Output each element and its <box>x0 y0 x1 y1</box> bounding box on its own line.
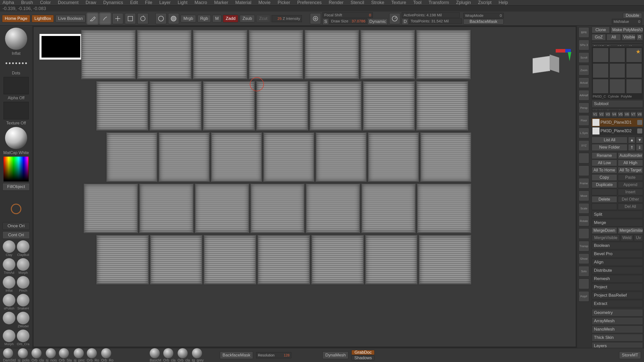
subtool-row[interactable]: PM3D_Plane3D2 <box>592 127 643 135</box>
nav-cube[interactable] <box>528 52 556 80</box>
shadows-button[interactable]: Shadows <box>351 355 375 360</box>
lightbox-button[interactable]: LightBox <box>32 15 54 22</box>
zcut-button[interactable]: Zcut <box>256 15 270 22</box>
bottom-brush[interactable] <box>18 348 28 358</box>
viewport-tool-Persp[interactable]: Persp <box>579 103 589 113</box>
goz-button[interactable]: GoZ <box>592 34 606 40</box>
menu-help[interactable]: Help <box>499 0 508 5</box>
brush-item[interactable] <box>3 294 15 306</box>
zadd-button[interactable]: Zadd <box>223 15 238 22</box>
gizmo-button[interactable] <box>155 13 167 24</box>
texture-thumb[interactable] <box>4 102 29 119</box>
make-polymesh-button[interactable]: Make PolyMesh3D <box>611 27 643 33</box>
menu-picker[interactable]: Picker <box>277 0 290 5</box>
viewport-tool-Actual[interactable]: Actual <box>579 77 589 88</box>
tool-thumb[interactable] <box>610 48 625 62</box>
menu-transform[interactable]: Transform <box>429 0 449 5</box>
axis-gizmo[interactable] <box>556 44 573 62</box>
subtool-row[interactable]: PM3D_Plane3D1 <box>592 118 643 127</box>
clone-button[interactable]: Clone <box>592 27 610 33</box>
geometry-header[interactable]: Geometry <box>592 309 643 316</box>
live-boolean-button[interactable]: Live Boolean <box>55 15 86 22</box>
midvalue-slider[interactable]: MidValue0 <box>612 19 642 24</box>
brush-item[interactable] <box>17 258 29 271</box>
dynamic-brush-button[interactable] <box>389 13 400 24</box>
d-lock-button[interactable]: D <box>402 18 408 25</box>
append-button[interactable]: Append <box>618 182 643 188</box>
viewport-tool-Scroll[interactable]: Scroll <box>579 52 589 63</box>
tool-thumb[interactable] <box>593 79 609 94</box>
all-to-home-button[interactable]: All To Home <box>592 167 617 173</box>
boolean-header[interactable]: Boolean <box>592 242 643 249</box>
vis-slot[interactable]: V7 <box>630 112 636 117</box>
paste-button[interactable]: Paste <box>618 174 643 181</box>
arrow-up-button[interactable]: ▲ <box>628 137 635 143</box>
backface-mask-bottom[interactable]: BackfaceMask <box>220 351 253 359</box>
remesh-header[interactable]: Remesh <box>592 275 643 283</box>
brush-item[interactable] <box>17 312 29 324</box>
mrgb-button[interactable]: Mrgb <box>181 15 196 22</box>
menu-stroke[interactable]: Stroke <box>371 0 384 5</box>
menu-marker[interactable]: Marker <box>214 0 228 5</box>
tool-thumb[interactable] <box>626 63 642 78</box>
rotate-mode-button[interactable] <box>137 13 148 24</box>
double-button[interactable]: Double <box>623 13 642 18</box>
viewport-tool-blank[interactable] <box>579 165 589 176</box>
menu-file[interactable]: File <box>145 0 152 5</box>
s-lock-button[interactable]: S <box>323 18 329 25</box>
grabdoc-button[interactable]: GrabDoc <box>351 350 375 355</box>
project-basrelief-header[interactable]: Project BasRelief <box>592 292 643 299</box>
align-header[interactable]: Align <box>592 258 643 266</box>
gradient-ring-icon[interactable] <box>11 204 21 214</box>
viewport-tool-blank[interactable] <box>579 228 589 239</box>
brush-item[interactable] <box>17 294 29 306</box>
viewport[interactable] <box>33 27 576 347</box>
current-tool-name[interactable]: PM3D_Plane3D1...49 <box>592 44 643 46</box>
menu-movie[interactable]: Movie <box>258 0 270 5</box>
arrow-down-button[interactable]: ▼ <box>636 137 643 143</box>
brush-item[interactable] <box>17 240 29 253</box>
vis-slot[interactable]: V3 <box>605 112 611 117</box>
brush-item[interactable] <box>3 258 15 271</box>
merge-visible-button[interactable]: MergeVisible <box>592 235 620 241</box>
new-folder-button[interactable]: New Folder <box>592 144 627 151</box>
zintensity-slider[interactable]: 25 Z Intensity <box>272 15 302 22</box>
eye-icon[interactable] <box>637 120 642 125</box>
m-button[interactable]: M <box>212 15 221 22</box>
menu-texture[interactable]: Texture <box>391 0 406 5</box>
tool-thumb[interactable] <box>593 63 609 78</box>
menu-zscript[interactable]: Zscript <box>478 0 492 5</box>
zsub-button[interactable]: Zsub <box>240 15 255 22</box>
viewport-tool-AAHalf[interactable]: AAHalf <box>579 90 589 101</box>
bottom-material[interactable] <box>192 348 202 358</box>
duplicate-button[interactable]: Duplicate <box>592 182 617 188</box>
color-picker[interactable] <box>4 157 29 182</box>
all-high-button[interactable]: All High <box>618 160 643 166</box>
thickskin-header[interactable]: Thick Skin <box>592 334 643 341</box>
viewport-tool-blank[interactable] <box>579 279 589 289</box>
autoreorder-button[interactable]: AutoReorder <box>618 152 643 159</box>
home-page-button[interactable]: Home Page <box>2 15 30 22</box>
all-low-button[interactable]: All Low <box>592 160 617 166</box>
extract-header[interactable]: Extract <box>592 300 643 307</box>
eye-icon[interactable] <box>637 128 642 133</box>
scale-mode-button[interactable] <box>125 13 136 24</box>
project-header[interactable]: Project <box>592 283 643 291</box>
viewport-tool-Transp[interactable]: Transp <box>579 241 589 251</box>
backface-mask-button[interactable]: BackfaceMask <box>463 19 504 24</box>
menu-brush[interactable]: Brush <box>21 0 33 5</box>
distribute-header[interactable]: Distribute <box>592 267 643 274</box>
draw-mode-button[interactable] <box>100 13 111 24</box>
viewport-tool-Zoom[interactable]: Zoom <box>579 65 589 75</box>
bottom-brush[interactable] <box>59 348 69 358</box>
menu-dynamics[interactable]: Dynamics <box>103 0 123 5</box>
menu-macro[interactable]: Macro <box>194 0 207 5</box>
menu-zplugin[interactable]: Zplugin <box>456 0 471 5</box>
del-other-button[interactable]: Del Other <box>618 196 643 203</box>
brush-item[interactable] <box>17 276 29 289</box>
dynamic-button[interactable]: Dynamic <box>368 18 388 25</box>
vis-slot[interactable]: V1 <box>592 112 598 117</box>
tool-thumb[interactable] <box>610 79 625 94</box>
vis-slot[interactable]: V6 <box>624 112 630 117</box>
move-down-button[interactable]: ⇓ <box>636 144 643 151</box>
